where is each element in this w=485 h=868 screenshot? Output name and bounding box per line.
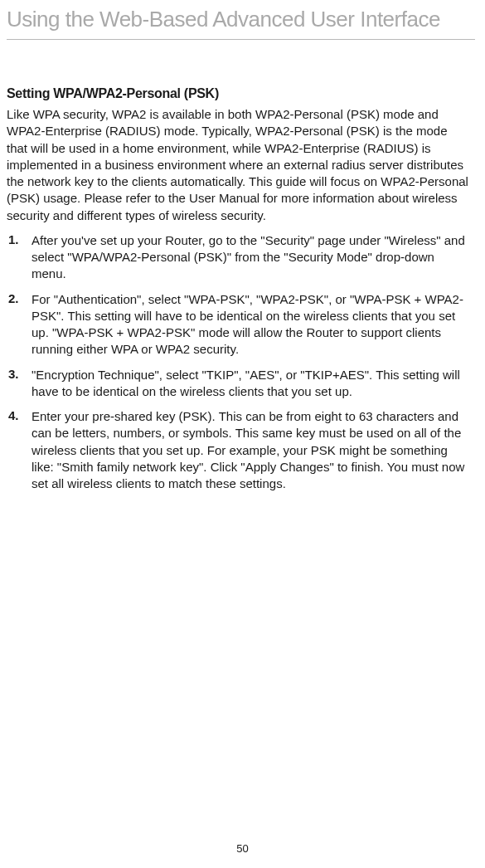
section-heading: Setting WPA/WPA2-Personal (PSK): [7, 86, 470, 101]
step-text: "Encryption Technique", select "TKIP", "…: [32, 367, 470, 401]
step-number: 2.: [7, 291, 32, 358]
steps-list: 1. After you've set up your Router, go t…: [7, 232, 470, 493]
step-text: For "Authentication", select "WPA-PSK", …: [32, 291, 470, 358]
step-number: 1.: [7, 232, 32, 283]
list-item: 3. "Encryption Technique", select "TKIP"…: [7, 367, 470, 401]
intro-paragraph: Like WPA security, WPA2 is available in …: [7, 106, 470, 224]
page-content: Setting WPA/WPA2-Personal (PSK) Like WPA…: [0, 40, 485, 492]
list-item: 4. Enter your pre-shared key (PSK). This…: [7, 408, 470, 492]
list-item: 1. After you've set up your Router, go t…: [7, 232, 470, 283]
page-header: Using the Web-Based Advanced User Interf…: [7, 0, 475, 40]
list-item: 2. For "Authentication", select "WPA-PSK…: [7, 291, 470, 358]
step-number: 3.: [7, 367, 32, 401]
step-text: After you've set up your Router, go to t…: [32, 232, 470, 283]
step-number: 4.: [7, 408, 32, 492]
step-text: Enter your pre-shared key (PSK). This ca…: [32, 408, 470, 492]
page-number: 50: [0, 842, 485, 855]
